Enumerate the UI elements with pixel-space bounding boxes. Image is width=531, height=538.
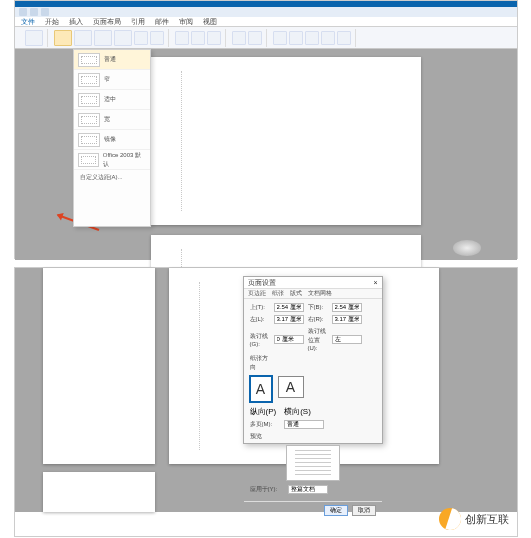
qat-undo-icon[interactable] (30, 8, 38, 16)
dialog-title-text: 页面设置 (248, 278, 276, 288)
ribbon-bring-forward-button[interactable] (305, 31, 319, 45)
margins-option-narrow[interactable]: 窄 (74, 70, 150, 90)
tab-mailings[interactable]: 邮件 (155, 17, 169, 27)
dialog-body: 上(T): 下(B): 左(L): 右(R): 装订线(G): 装订线位置(U)… (244, 299, 382, 501)
ribbon-position-button[interactable] (273, 31, 287, 45)
ribbon-indent-button[interactable] (232, 31, 246, 45)
margin-thumb-icon (78, 133, 100, 147)
qat-redo-icon[interactable] (41, 8, 49, 16)
close-icon[interactable]: × (373, 279, 377, 286)
margins-option-moderate[interactable]: 适中 (74, 90, 150, 110)
dialog-tabs: 页边距 纸张 版式 文档网格 (244, 289, 382, 299)
tab-insert[interactable]: 插入 (69, 17, 83, 27)
qat-save-icon[interactable] (19, 8, 27, 16)
cancel-button[interactable]: 取消 (352, 505, 376, 516)
orientation-landscape[interactable]: A (278, 376, 304, 398)
ribbon-line-numbers-button[interactable] (150, 31, 164, 45)
ribbon-watermark-button[interactable] (175, 31, 189, 45)
dialog-tab-layout[interactable]: 版式 (290, 289, 302, 298)
watermark: 创新互联 (439, 508, 509, 530)
margins-option-office2003[interactable]: Office 2003 默认 (74, 150, 150, 170)
margins-option-wide[interactable]: 宽 (74, 110, 150, 130)
page-setup-dialog: 页面设置 × 页边距 纸张 版式 文档网格 上(T): 下(B): 左(L): (243, 276, 383, 444)
ribbon-spacing-button[interactable] (248, 31, 262, 45)
ribbon (15, 27, 517, 49)
label-top: 上(T): (250, 303, 270, 312)
input-right[interactable] (332, 315, 362, 324)
ribbon-wrap-button[interactable] (289, 31, 303, 45)
tab-file[interactable]: 文件 (21, 17, 35, 27)
quick-access-toolbar (15, 7, 517, 17)
watermark-text: 创新互联 (465, 512, 509, 527)
dialog-footer: 确定 取消 (244, 501, 382, 519)
margin-thumb-icon (78, 53, 100, 67)
label-orientation: 纸张方向 (250, 354, 270, 372)
workspace-2: 页面设置 × 页边距 纸张 版式 文档网格 上(T): 下(B): 左(L): (15, 268, 517, 512)
margin-thumb-icon (78, 93, 100, 107)
workspace: 普通 窄 适中 宽 镜像 Office 2003 默认 自定义边距(A)... (15, 49, 517, 260)
dialog-titlebar: 页面设置 × (244, 277, 382, 289)
ribbon-themes-button[interactable] (25, 30, 43, 46)
screenshot-top: 文件 开始 插入 页面布局 引用 邮件 审阅 视图 (14, 0, 518, 259)
tab-layout[interactable]: 页面布局 (93, 17, 121, 27)
margins-custom-link[interactable]: 自定义边距(A)... (74, 170, 150, 185)
margin-thumb-icon (78, 153, 99, 167)
screenshot-bottom: 页面设置 × 页边距 纸张 版式 文档网格 上(T): 下(B): 左(L): (14, 267, 518, 537)
label-bottom: 下(B): (308, 303, 328, 312)
margins-dropdown: 普通 窄 适中 宽 镜像 Office 2003 默认 自定义边距(A)... (73, 49, 151, 227)
orient-landscape-label: 横向(S) (284, 406, 311, 417)
tab-home[interactable]: 开始 (45, 17, 59, 27)
tab-view[interactable]: 视图 (203, 17, 217, 27)
dialog-tab-margins[interactable]: 页边距 (248, 289, 266, 298)
orientation-portrait[interactable]: A (250, 376, 272, 402)
ribbon-tabs: 文件 开始 插入 页面布局 引用 邮件 审阅 视图 (15, 17, 517, 27)
ribbon-align-button[interactable] (337, 31, 351, 45)
document-page-left[interactable] (43, 268, 155, 464)
label-gutter: 装订线(G): (250, 332, 270, 347)
margin-thumb-icon (78, 73, 100, 87)
ribbon-breaks-button[interactable] (134, 31, 148, 45)
document-page-1[interactable] (151, 57, 421, 225)
label-apply: 应用于(Y): (250, 485, 284, 494)
label-preview: 预览 (250, 432, 270, 441)
ribbon-columns-button[interactable] (114, 30, 132, 46)
label-gutter-pos: 装订线位置(U): (308, 327, 328, 351)
orient-portrait-label: 纵向(P) (250, 406, 277, 417)
tab-references[interactable]: 引用 (131, 17, 145, 27)
ribbon-borders-button[interactable] (207, 31, 221, 45)
ribbon-orientation-button[interactable] (74, 30, 92, 46)
blur-overlay (453, 240, 481, 256)
input-left[interactable] (274, 315, 304, 324)
tab-review[interactable]: 审阅 (179, 17, 193, 27)
margins-option-mirrored[interactable]: 镜像 (74, 130, 150, 150)
ribbon-margins-button[interactable] (54, 30, 72, 46)
ribbon-send-back-button[interactable] (321, 31, 335, 45)
document-page-left-2[interactable] (43, 472, 155, 512)
ribbon-page-color-button[interactable] (191, 31, 205, 45)
dialog-tab-grid[interactable]: 文档网格 (308, 289, 332, 298)
input-gutter[interactable] (274, 335, 304, 344)
input-top[interactable] (274, 303, 304, 312)
input-multi[interactable] (284, 420, 324, 429)
label-right: 右(R): (308, 315, 328, 324)
ribbon-size-button[interactable] (94, 30, 112, 46)
ok-button[interactable]: 确定 (324, 505, 348, 516)
input-gutter-pos[interactable] (332, 335, 362, 344)
margins-option-normal[interactable]: 普通 (74, 50, 150, 70)
preview-thumbnail (286, 445, 340, 481)
label-left: 左(L): (250, 315, 270, 324)
dialog-tab-paper[interactable]: 纸张 (272, 289, 284, 298)
watermark-logo-icon (439, 508, 461, 530)
input-bottom[interactable] (332, 303, 362, 312)
label-multi: 多页(M): (250, 420, 280, 429)
input-apply[interactable] (288, 485, 328, 494)
margin-thumb-icon (78, 113, 100, 127)
